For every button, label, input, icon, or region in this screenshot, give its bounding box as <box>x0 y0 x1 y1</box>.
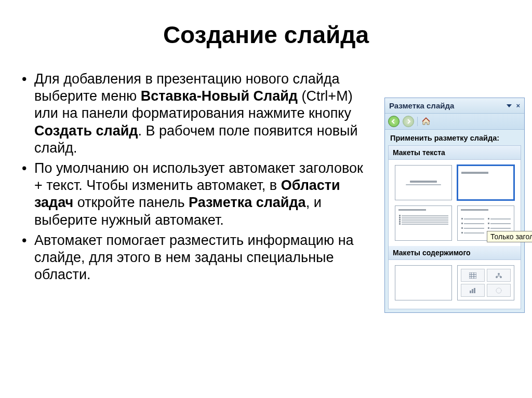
close-icon[interactable]: × <box>516 102 520 109</box>
apply-layout-label: Применить разметку слайда: <box>385 130 524 145</box>
clip-icon <box>487 284 511 297</box>
layout-content[interactable] <box>457 265 514 300</box>
forward-icon <box>403 116 414 127</box>
layout-blank[interactable] <box>395 265 452 300</box>
chart-icon <box>461 284 485 297</box>
svg-point-11 <box>496 288 501 293</box>
body-text: Для добавления в презентацию нового слай… <box>0 71 374 286</box>
bullet-2: По умолчанию он использует автомакет заг… <box>19 160 374 229</box>
table-icon <box>461 269 485 282</box>
svg-rect-0 <box>469 272 476 279</box>
org-chart-icon <box>487 269 511 282</box>
layout-title-text[interactable] <box>395 205 452 241</box>
dropdown-icon[interactable] <box>507 104 512 107</box>
bullet-3: Автомакет помогает разместить информацию… <box>19 232 374 284</box>
taskpane-header: Разметка слайда × <box>385 98 524 114</box>
tooltip: Только заголо <box>487 231 532 242</box>
svg-rect-8 <box>470 291 471 293</box>
taskpane-nav <box>385 114 524 130</box>
svg-point-5 <box>498 273 500 275</box>
taskpane-title: Разметка слайда <box>389 101 454 110</box>
home-icon[interactable] <box>421 116 431 127</box>
svg-rect-9 <box>472 289 473 293</box>
layout-title-only[interactable] <box>457 165 514 200</box>
svg-rect-10 <box>474 288 475 293</box>
taskpane-screenshot: Разметка слайда × Применить разметку с <box>384 98 532 367</box>
layout-title-slide[interactable] <box>395 165 452 200</box>
section-text-layouts: Макеты текста <box>389 146 521 160</box>
section-content-layouts: Макеты содержимого <box>389 246 521 260</box>
slide-title: Создание слайда <box>0 21 532 49</box>
back-icon[interactable] <box>388 116 400 127</box>
bullet-1: Для добавления в презентацию нового слай… <box>19 71 374 157</box>
